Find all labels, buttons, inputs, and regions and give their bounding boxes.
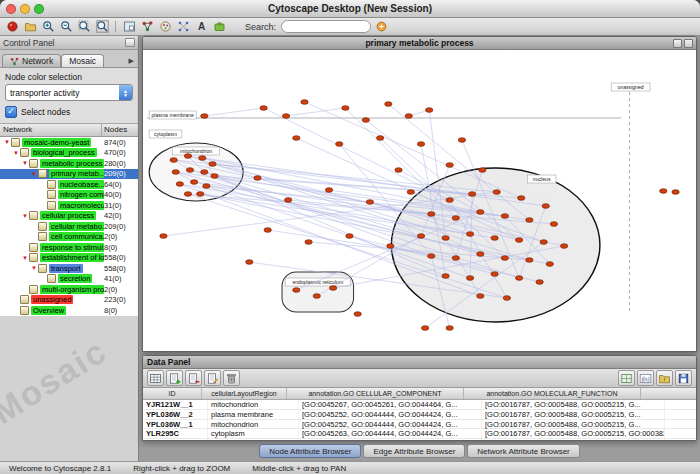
network-node[interactable]: [477, 294, 484, 299]
network-node[interactable]: [446, 326, 453, 331]
expand-triangle-icon[interactable]: ▼: [30, 265, 38, 271]
network-node[interactable]: [160, 234, 167, 239]
tree-item[interactable]: unassigned223(0): [0, 295, 138, 306]
minimize-window-button[interactable]: [20, 4, 30, 14]
column-header[interactable]: cellularLayoutRegion: [202, 388, 287, 399]
table-row[interactable]: YPL036W__2plasma membrane[GO:0045252, GO…: [143, 410, 696, 420]
network-node[interactable]: [346, 234, 353, 239]
tree-item[interactable]: nucleobase...64(0): [0, 179, 138, 190]
tree-item[interactable]: ▼primary metab...209(0): [0, 169, 138, 180]
network-node[interactable]: [493, 190, 500, 195]
network-node[interactable]: [452, 256, 459, 261]
network-node[interactable]: [405, 114, 412, 119]
network-node[interactable]: [442, 274, 449, 279]
network-node[interactable]: [526, 258, 533, 263]
column-header[interactable]: annotation.GO MOLECULAR_FUNCTION: [464, 388, 641, 399]
tree-item[interactable]: ▼biological_process470(0): [0, 148, 138, 159]
network-node[interactable]: [446, 198, 453, 203]
network-node[interactable]: [503, 296, 510, 301]
rename-attribute-icon[interactable]: [204, 370, 221, 386]
tree-item[interactable]: ▼transport558(0): [0, 263, 138, 274]
network-node[interactable]: [540, 240, 547, 245]
network-node[interactable]: [421, 326, 428, 331]
network-node[interactable]: [184, 154, 191, 159]
network-node[interactable]: [426, 108, 433, 113]
export-attributes-icon[interactable]: [675, 370, 692, 386]
network-node[interactable]: [186, 168, 193, 173]
tree-item[interactable]: Overview8(0): [0, 305, 138, 316]
delete-attribute-icon[interactable]: [185, 370, 202, 386]
tree-item[interactable]: nitrogen compo...40(0): [0, 190, 138, 201]
zoom-selected-icon[interactable]: [76, 19, 92, 34]
network-node[interactable]: [254, 176, 261, 181]
tree-item[interactable]: ▼cellular process42(0): [0, 211, 138, 222]
network-node[interactable]: [184, 192, 191, 197]
network-node[interactable]: [526, 218, 533, 223]
import-network-icon[interactable]: [22, 19, 38, 34]
table-row[interactable]: YKR052Ccytoplasm[GO:0044444, GO:0044424,…: [143, 439, 696, 440]
zoom-fit-icon[interactable]: [94, 19, 110, 34]
vizmapper-icon[interactable]: [157, 19, 173, 34]
network-canvas[interactable]: plasma membranecytoplasmmitochondrionnuc…: [143, 50, 696, 351]
network-node[interactable]: [417, 234, 424, 239]
network-node[interactable]: [246, 260, 253, 265]
network-node[interactable]: [293, 288, 300, 293]
close-window-button[interactable]: [6, 4, 16, 14]
network-node[interactable]: [417, 142, 424, 147]
formula-icon[interactable]: f(x): [637, 370, 654, 386]
table-row[interactable]: YLR295Ccytoplasm[GO:0045263, GO:0044444,…: [143, 429, 696, 439]
network-node[interactable]: [201, 170, 208, 175]
network-node[interactable]: [407, 190, 414, 195]
network-node[interactable]: [491, 272, 498, 277]
network-node[interactable]: [446, 163, 453, 168]
network-node[interactable]: [466, 276, 473, 281]
network-node[interactable]: [395, 168, 402, 173]
network-node[interactable]: [366, 200, 373, 205]
create-attribute-icon[interactable]: [166, 370, 183, 386]
new-network-icon[interactable]: [4, 19, 20, 34]
expand-triangle-icon[interactable]: ▼: [30, 171, 38, 177]
network-node[interactable]: [282, 114, 289, 119]
tree-item[interactable]: multi-organism pro...2(0): [0, 284, 138, 295]
expand-triangle-icon[interactable]: ▼: [21, 255, 29, 261]
tree-item[interactable]: ▼metabolic process280(0): [0, 158, 138, 169]
tree-item[interactable]: macromolecule...31(0): [0, 200, 138, 211]
network-node[interactable]: [284, 198, 291, 203]
table-row[interactable]: YPL036W__1mitochondrion[GO:0045252, GO:0…: [143, 420, 696, 430]
network-node[interactable]: [336, 142, 343, 147]
tree-item[interactable]: ▼establishment of lo...558(0): [0, 253, 138, 264]
network-node[interactable]: [170, 158, 177, 163]
frame-maximize-icon[interactable]: [684, 39, 693, 48]
network-node[interactable]: [387, 244, 394, 249]
expand-triangle-icon[interactable]: ▼: [21, 160, 29, 166]
zoom-window-button[interactable]: [34, 4, 44, 14]
network-node[interactable]: [293, 136, 300, 141]
matrix-icon[interactable]: [618, 370, 635, 386]
layout-icon[interactable]: [175, 19, 191, 34]
network-node[interactable]: [550, 222, 557, 227]
data-panel-titlebar[interactable]: Data Panel: [143, 356, 696, 369]
network-node[interactable]: [385, 102, 392, 107]
network-node[interactable]: [305, 240, 312, 245]
network-node[interactable]: [518, 196, 525, 201]
expand-triangle-icon[interactable]: ▼: [21, 213, 29, 219]
network-node[interactable]: [354, 312, 361, 317]
network-node[interactable]: [260, 106, 267, 111]
network-node[interactable]: [466, 232, 473, 237]
network-node[interactable]: [199, 156, 206, 161]
tab-network[interactable]: Network: [2, 54, 61, 67]
network-node[interactable]: [301, 100, 308, 105]
import-attributes-icon[interactable]: [656, 370, 673, 386]
tab-network-attribute-browser[interactable]: Network Attribute Browser: [467, 444, 579, 458]
tab-overflow-icon[interactable]: ▶: [129, 57, 136, 67]
network-node[interactable]: [468, 192, 475, 197]
frame-minimize-icon[interactable]: [673, 39, 682, 48]
network-node[interactable]: [190, 180, 197, 185]
network-node[interactable]: [515, 238, 522, 243]
column-header[interactable]: annotation.GO CELLULAR_COMPONENT: [287, 388, 464, 399]
network-node[interactable]: [197, 192, 204, 197]
network-node[interactable]: [660, 189, 667, 194]
network-node[interactable]: [428, 254, 435, 259]
search-input[interactable]: [281, 20, 371, 33]
network-node[interactable]: [442, 236, 449, 241]
